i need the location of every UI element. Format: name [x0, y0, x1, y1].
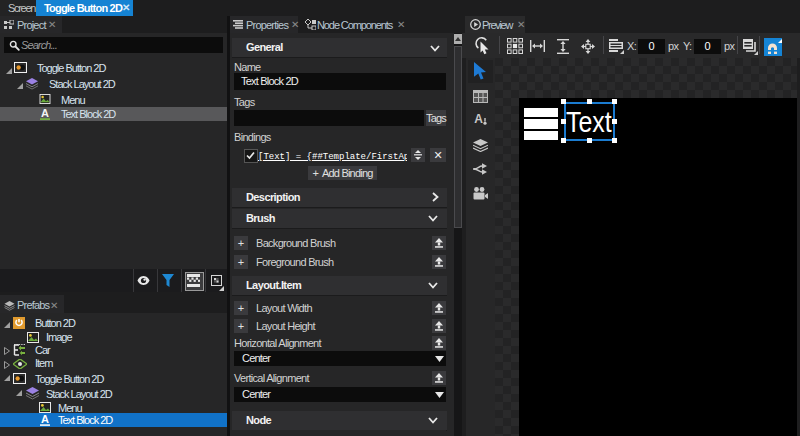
svg-text:A: A [474, 112, 483, 126]
svg-text:A: A [41, 108, 49, 119]
svg-text:A: A [41, 414, 49, 425]
